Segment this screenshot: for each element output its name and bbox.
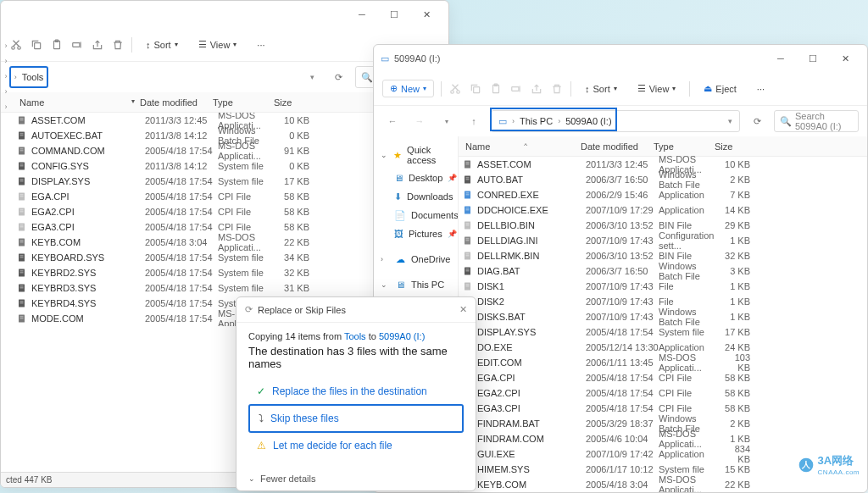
file-name: DDCHOICE.EXE	[477, 205, 586, 215]
gutter-arrow[interactable]: ›	[1, 38, 11, 53]
refresh-button[interactable]: ⟳	[328, 67, 348, 87]
option-decide[interactable]: ⚠Let me decide for each file	[248, 433, 464, 458]
file-row[interactable]: FINDRAM.COM2005/4/6 10:04MS-DOS Applicat…	[459, 431, 867, 446]
col-name[interactable]: Name▾	[13, 97, 140, 108]
file-row[interactable]: CONRED.EXE2006/2/9 15:46Application7 KB	[459, 187, 867, 202]
file-name: DO.EXE	[477, 342, 586, 352]
file-row[interactable]: DIAG.BAT2006/3/7 16:50Windows Batch File…	[459, 263, 867, 279]
col-size[interactable]: Size	[274, 97, 313, 108]
cut-icon[interactable]	[9, 38, 23, 52]
file-date: 2005/4/18 3:04	[586, 479, 659, 490]
gutter-arrow[interactable]: ›	[1, 69, 11, 84]
svg-rect-17	[20, 166, 24, 167]
option-skip[interactable]: ⤵Skip these files	[248, 404, 464, 433]
cut-icon[interactable]	[448, 82, 462, 96]
file-type: MS-DOS Applicati...	[218, 232, 279, 252]
close-icon[interactable]: ✕	[459, 304, 467, 315]
paste-icon[interactable]	[50, 38, 64, 52]
svg-rect-19	[20, 180, 24, 180]
sort-button[interactable]: ↕Sort▾	[139, 36, 185, 53]
file-type: Windows Batch File	[659, 169, 720, 190]
share-icon[interactable]	[530, 82, 543, 96]
more-button[interactable]: ···	[250, 36, 271, 53]
copy-icon[interactable]	[469, 82, 482, 96]
col-date[interactable]: Date modified	[581, 141, 654, 152]
file-icon	[16, 282, 28, 294]
file-name: CONFIG.SYS	[31, 161, 145, 171]
back-button[interactable]: ←	[382, 111, 403, 131]
refresh-button[interactable]: ⟳	[747, 111, 767, 131]
svg-rect-80	[466, 286, 470, 287]
maximize-button[interactable]: ☐	[798, 48, 828, 69]
sidebar-downloads[interactable]: ⬇Downloads📌	[374, 187, 458, 206]
paste-icon[interactable]	[489, 82, 503, 96]
col-size[interactable]: Size	[715, 141, 754, 152]
col-type[interactable]: Type	[654, 141, 715, 152]
replace-skip-dialog: ⟳Replace or Skip Files ✕ Copying 14 item…	[236, 296, 476, 491]
sort-button[interactable]: ↕Sort▾	[578, 80, 624, 97]
file-row[interactable]: DDCHOICE.EXE2007/10/9 17:29Application14…	[459, 202, 867, 218]
share-icon[interactable]	[91, 38, 104, 52]
option-replace[interactable]: ✓Replace the files in the destination	[248, 379, 464, 404]
file-row[interactable]: DISKS.BAT2007/10/9 17:43Windows Batch Fi…	[459, 309, 867, 324]
col-type[interactable]: Type	[213, 97, 274, 108]
sidebar-documents[interactable]: 📄Documents📌	[374, 206, 458, 224]
close-button[interactable]: ✕	[830, 48, 860, 69]
view-button[interactable]: ☰View▾	[192, 36, 244, 53]
gutter-arrow[interactable]: ›	[1, 99, 11, 114]
file-row[interactable]: EDIT.COM2006/1/11 13:45MS-DOS Applicati.…	[459, 355, 867, 370]
sidebar-onedrive[interactable]: ›☁OneDrive	[374, 250, 458, 269]
delete-icon[interactable]	[111, 38, 125, 52]
up-button[interactable]: ↑	[464, 111, 484, 131]
recent-button[interactable]: ▾	[437, 111, 457, 131]
address-spacer: ▾	[55, 66, 321, 88]
new-button[interactable]: ⊕New▾	[382, 80, 434, 97]
more-button[interactable]: ···	[750, 80, 771, 97]
file-row[interactable]: AUTO.BAT2006/3/7 16:50Windows Batch File…	[459, 172, 867, 187]
file-type: File	[659, 281, 720, 291]
file-size: 58 KB	[720, 403, 759, 413]
file-name: ASSET.COM	[31, 115, 145, 125]
sidebar-desktop[interactable]: 🖥Desktop📌	[374, 169, 458, 187]
breadcrumb[interactable]: ▭ › This PC › 5099A0 (I:) ▾	[491, 110, 740, 132]
minimize-button[interactable]: ─	[765, 48, 796, 69]
file-row[interactable]: EGA.CPI2005/4/18 17:54CPI File58 KB	[459, 370, 867, 385]
file-row[interactable]: KEYB.COM2005/4/18 3:04MS-DOS Applicati..…	[459, 477, 867, 492]
file-size: 1 KB	[720, 434, 759, 444]
forward-button[interactable]: →	[409, 111, 430, 131]
close-button[interactable]: ✕	[411, 4, 442, 25]
pin-icon: 📌	[448, 230, 457, 238]
col-date[interactable]: Date modified	[140, 97, 213, 108]
view-button[interactable]: ☰View▾	[631, 80, 683, 97]
file-row[interactable]: DISPLAY.SYS2005/4/18 17:54System file17 …	[459, 324, 867, 340]
breadcrumb[interactable]: › Tools	[9, 66, 48, 88]
copy-icon[interactable]	[30, 38, 43, 52]
file-type: System file	[659, 327, 720, 337]
file-icon	[462, 235, 474, 246]
file-row[interactable]: DELLDIAG.INI2007/10/9 17:43Configuration…	[459, 233, 867, 248]
link-dest[interactable]: 5099A0 (I:)	[379, 331, 425, 341]
file-date: 2005/4/18 17:54	[145, 283, 218, 293]
file-row[interactable]: DISK12007/10/9 17:43File1 KB	[459, 279, 867, 294]
sidebar-quick-access[interactable]: ⌄★Quick access	[374, 141, 458, 169]
breadcrumb-tools[interactable]: Tools	[22, 72, 44, 82]
link-source[interactable]: Tools	[344, 331, 366, 341]
eject-button[interactable]: ⏏Eject	[697, 80, 743, 97]
maximize-button[interactable]: ☐	[379, 4, 409, 25]
file-row[interactable]: EGA2.CPI2005/4/18 17:54CPI File58 KB	[459, 385, 867, 401]
minimize-button[interactable]: ─	[347, 4, 377, 25]
delete-icon[interactable]	[550, 82, 564, 96]
file-type: CPI File	[659, 388, 720, 398]
breadcrumb-drive[interactable]: 5099A0 (I:)	[565, 116, 611, 126]
rename-icon[interactable]	[70, 38, 84, 52]
sidebar-thispc[interactable]: ⌄🖥This PC	[374, 275, 458, 294]
breadcrumb-thispc[interactable]: This PC	[520, 116, 553, 126]
gutter-arrow[interactable]: ›	[1, 53, 11, 69]
sidebar-pictures[interactable]: 🖼Pictures📌	[374, 224, 458, 243]
file-size: 58 KB	[720, 388, 759, 398]
gutter-arrow[interactable]: ›	[1, 84, 11, 99]
fewer-details[interactable]: ⌄Fewer details	[236, 467, 476, 490]
rename-icon[interactable]	[509, 82, 523, 96]
col-name[interactable]: Name^	[459, 141, 581, 152]
search-input[interactable]: 🔍 Search 5099A0 (I:)	[774, 110, 859, 132]
